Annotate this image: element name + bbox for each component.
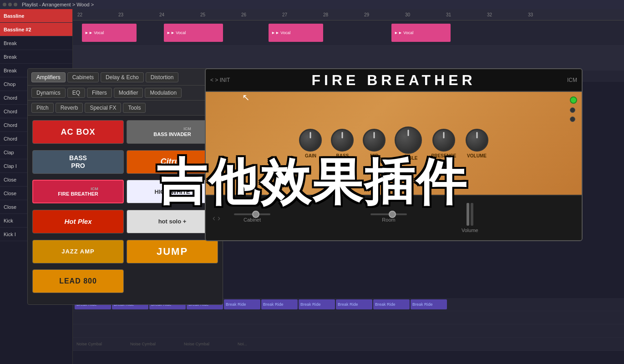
fb-ctrl-1[interactable] — [570, 107, 575, 113]
fb-volume-label: Volume — [462, 228, 478, 233]
tab-special-fx[interactable]: Special FX — [85, 103, 121, 113]
fb-preset-nav-right: ICM — [567, 77, 577, 83]
fb-nav-arrows[interactable]: ‹ › — [213, 213, 225, 223]
tab-reverb[interactable]: Reverb — [56, 103, 83, 113]
tab-amplifiers[interactable]: Amplifiers — [31, 72, 66, 82]
fb-ctrl-2[interactable] — [570, 116, 575, 122]
track-row-noise-hat: Noise Hat — [0, 311, 624, 324]
knob-circle-mid[interactable] — [363, 129, 386, 152]
track-block[interactable]: Break Ride — [336, 299, 372, 309]
plugin-tabs-row3: Pitch Reverb Special FX Tools — [28, 101, 223, 116]
knob-label-presence: PRESENCE — [431, 153, 456, 158]
plugin-bass-invader[interactable]: ICM BASS INVADER — [127, 120, 218, 144]
tab-distortion[interactable]: Distortion — [146, 72, 179, 82]
vocal-block[interactable]: ►► Vocal — [391, 24, 451, 42]
tab-filters[interactable]: Filters — [87, 88, 112, 98]
tab-eq[interactable]: EQ — [67, 88, 85, 98]
fb-power-controls — [570, 96, 577, 122]
top-toolbar: Playlist - Arrangement > Wood > — [0, 0, 624, 9]
knob-label-volume: VOLUME — [467, 153, 487, 158]
tab-dynamics[interactable]: Dynamics — [31, 88, 66, 98]
fb-knob-volume[interactable]: VOLUME — [466, 129, 488, 158]
fb-knob-gain[interactable]: GAIN — [299, 129, 322, 158]
knob-circle-treble[interactable] — [395, 126, 422, 154]
track-row-pad: Pad Noise Cymbal Noise Cymbal Noise Cymb… — [0, 338, 624, 351]
fb-cabinet-slider[interactable] — [234, 213, 270, 215]
plugin-ac-box[interactable]: AC BOX — [32, 120, 124, 144]
plugin-browser: Amplifiers Cabinets Delay & Echo Distort… — [27, 68, 223, 305]
plugin-bass-pro[interactable]: BASS PRO — [32, 150, 124, 174]
plugin-list: AC BOX ICM BASS INVADER BASS PRO Citrus … — [28, 116, 223, 301]
track-block[interactable]: Break Ride — [411, 299, 447, 309]
toolbar-icon — [8, 3, 12, 6]
tab-modifier[interactable]: Modifier — [114, 88, 143, 98]
plugin-tabs-row1: Amplifiers Cabinets Delay & Echo Distort… — [28, 69, 223, 86]
plugin-citrus[interactable]: Citrus — [127, 150, 218, 174]
track-bassline2[interactable]: Bassline #2 — [0, 23, 72, 36]
track-block[interactable]: Break Ride — [373, 299, 410, 309]
track-row-open-hat: Open Hat — [0, 324, 624, 338]
tab-delay-echo[interactable]: Delay & Echo — [101, 72, 144, 82]
track-block[interactable]: Break Ride — [299, 299, 335, 309]
fb-power-button[interactable] — [570, 96, 577, 104]
fb-volume-fader[interactable] — [467, 203, 469, 226]
track-block[interactable]: Break Ride — [224, 299, 260, 309]
plugin-jazz-amp[interactable]: JAZZ AMP — [32, 240, 124, 263]
fb-preset-nav-left[interactable]: < > INIT — [210, 77, 230, 83]
fb-plugin-title: FIRE BREATHER — [311, 72, 476, 89]
fb-room-thumb[interactable] — [389, 211, 396, 218]
knob-circle-bass[interactable] — [331, 129, 354, 152]
knob-label-treble: TREBLE — [399, 156, 417, 161]
plugin-tabs-row2: Dynamics EQ Filters Modifier Modulation — [28, 86, 223, 101]
fb-knob-treble[interactable]: TREBLE — [395, 126, 422, 161]
knob-label-gain: GAIN — [305, 153, 316, 158]
tab-cabinets[interactable]: Cabinets — [67, 72, 99, 82]
fb-knobs: GAIN BASS MID TREBLE PRESENCE VOLUME — [299, 126, 488, 161]
track-bassline[interactable]: Bassline — [0, 9, 72, 23]
vocal-block[interactable]: ►► Vocal — [269, 24, 323, 42]
plugin-lead-800[interactable]: LEAD 800 — [32, 269, 124, 293]
vocal-block[interactable]: ►► Vocal — [164, 24, 223, 42]
fb-main-area[interactable]: GAIN BASS MID TREBLE PRESENCE VOLUME — [206, 92, 582, 195]
fb-cabinet-label: Cabinet — [244, 217, 261, 222]
fb-room-label: Room — [382, 217, 395, 222]
fb-room-slider[interactable] — [370, 213, 407, 215]
plugin-hot-solo[interactable]: hot solo + — [127, 210, 218, 233]
fb-volume-section[interactable]: Volume — [462, 203, 478, 233]
track-content-open-hat[interactable] — [73, 324, 624, 337]
track-content-noise-hat[interactable] — [73, 311, 624, 324]
fb-knob-mid[interactable]: MID — [363, 129, 386, 158]
vocal-block[interactable]: ►► Vocal — [82, 24, 137, 42]
plugin-jump[interactable]: JUMP — [127, 240, 218, 263]
knob-circle-presence[interactable] — [432, 129, 455, 152]
knob-label-bass: BASS — [336, 153, 349, 158]
plugin-fire-breather[interactable]: ICM FIRE BREATHER — [32, 180, 124, 203]
fb-cabinet-section[interactable]: Cabinet — [234, 213, 270, 222]
plugin-high-white[interactable]: HIGH WHITE — [127, 180, 218, 203]
toolbar-icon — [3, 3, 6, 6]
bottom-tracks-area: Noise Cymbal Break Ride Break Ride Break… — [0, 298, 624, 364]
track-block[interactable]: Break Ride — [261, 299, 298, 309]
knob-circle-volume[interactable] — [466, 129, 488, 152]
knob-label-mid: MID — [370, 153, 378, 158]
track-content-pad[interactable]: Noise Cymbal Noise Cymbal Noise Cymbal N… — [73, 338, 624, 350]
app-title: Playlist - Arrangement > Wood > — [22, 2, 94, 7]
tab-tools[interactable]: Tools — [123, 103, 146, 113]
arranger-header: 22 23 24 25 26 27 28 29 30 31 32 33 — [73, 9, 624, 20]
plugin-hot-plex[interactable]: Hot Plex — [32, 210, 124, 233]
vocal-row-1: ►► Vocal ►► Vocal ►► Vocal ►► Vocal — [73, 20, 624, 46]
fb-knob-presence[interactable]: PRESENCE — [431, 129, 456, 158]
fb-bottom-area: ‹ › Cabinet Room Volume — [206, 195, 582, 240]
fb-header: < > INIT FIRE BREATHER ICM — [206, 69, 582, 92]
tab-pitch[interactable]: Pitch — [31, 103, 54, 113]
tab-modulation[interactable]: Modulation — [145, 88, 182, 98]
fb-cabinet-thumb[interactable] — [252, 211, 259, 218]
fb-knob-bass[interactable]: BASS — [331, 129, 354, 158]
vocal-tracks: ►► Vocal ►► Vocal ►► Vocal ►► Vocal — [73, 20, 624, 71]
track-break-1[interactable]: Break — [0, 36, 72, 50]
fb-room-section[interactable]: Room — [370, 213, 407, 222]
knob-circle-gain[interactable] — [299, 129, 322, 152]
firebreather-plugin: < > INIT FIRE BREATHER ICM ↖ GAIN BASS M… — [205, 68, 583, 241]
ruler: 22 23 24 25 26 27 28 29 30 31 32 33 — [73, 12, 569, 17]
track-break-2[interactable]: Break — [0, 50, 72, 64]
